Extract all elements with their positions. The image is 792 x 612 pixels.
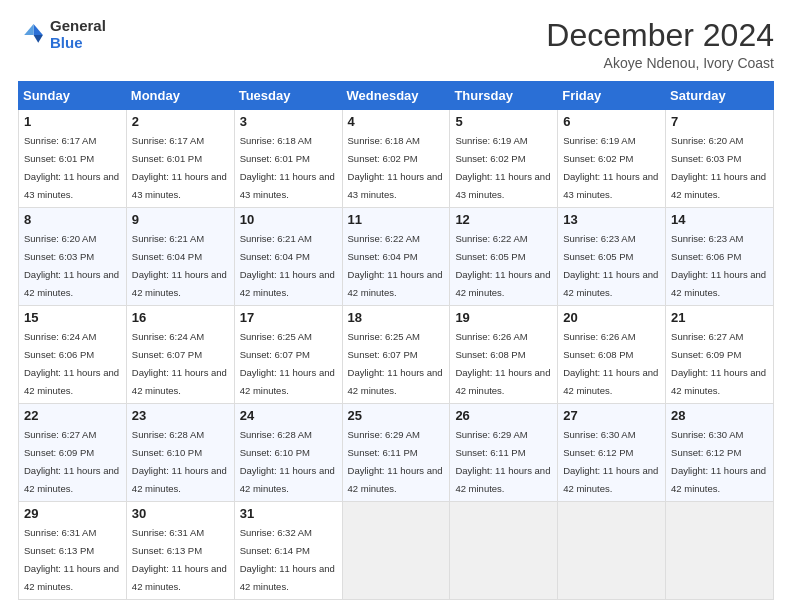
col-wednesday: Wednesday [342, 82, 450, 110]
svg-marker-1 [34, 35, 43, 43]
day-number: 4 [348, 114, 445, 129]
day-info: Sunrise: 6:25 AMSunset: 6:07 PMDaylight:… [348, 331, 443, 396]
day-cell-30: 30 Sunrise: 6:31 AMSunset: 6:13 PMDaylig… [126, 502, 234, 600]
location: Akoye Ndenou, Ivory Coast [546, 55, 774, 71]
day-number: 18 [348, 310, 445, 325]
day-cell-27: 27 Sunrise: 6:30 AMSunset: 6:12 PMDaylig… [558, 404, 666, 502]
svg-marker-0 [34, 24, 43, 35]
day-info: Sunrise: 6:27 AMSunset: 6:09 PMDaylight:… [24, 429, 119, 494]
col-friday: Friday [558, 82, 666, 110]
day-number: 2 [132, 114, 229, 129]
logo-general-text: General [50, 18, 106, 35]
day-info: Sunrise: 6:20 AMSunset: 6:03 PMDaylight:… [24, 233, 119, 298]
day-info: Sunrise: 6:26 AMSunset: 6:08 PMDaylight:… [455, 331, 550, 396]
day-number: 29 [24, 506, 121, 521]
day-number: 16 [132, 310, 229, 325]
day-number: 20 [563, 310, 660, 325]
header: General Blue December 2024 Akoye Ndenou,… [18, 18, 774, 71]
day-number: 12 [455, 212, 552, 227]
day-number: 7 [671, 114, 768, 129]
logo-icon [18, 21, 46, 49]
col-tuesday: Tuesday [234, 82, 342, 110]
day-number: 14 [671, 212, 768, 227]
day-cell-13: 13 Sunrise: 6:23 AMSunset: 6:05 PMDaylig… [558, 208, 666, 306]
day-cell-16: 16 Sunrise: 6:24 AMSunset: 6:07 PMDaylig… [126, 306, 234, 404]
header-row: Sunday Monday Tuesday Wednesday Thursday… [19, 82, 774, 110]
empty-cell [558, 502, 666, 600]
day-info: Sunrise: 6:30 AMSunset: 6:12 PMDaylight:… [563, 429, 658, 494]
day-cell-31: 31 Sunrise: 6:32 AMSunset: 6:14 PMDaylig… [234, 502, 342, 600]
day-cell-12: 12 Sunrise: 6:22 AMSunset: 6:05 PMDaylig… [450, 208, 558, 306]
week-row-2: 8 Sunrise: 6:20 AMSunset: 6:03 PMDayligh… [19, 208, 774, 306]
day-info: Sunrise: 6:17 AMSunset: 6:01 PMDaylight:… [132, 135, 227, 200]
day-number: 13 [563, 212, 660, 227]
day-cell-7: 7 Sunrise: 6:20 AMSunset: 6:03 PMDayligh… [666, 110, 774, 208]
day-number: 1 [24, 114, 121, 129]
col-saturday: Saturday [666, 82, 774, 110]
day-info: Sunrise: 6:31 AMSunset: 6:13 PMDaylight:… [24, 527, 119, 592]
col-sunday: Sunday [19, 82, 127, 110]
day-cell-10: 10 Sunrise: 6:21 AMSunset: 6:04 PMDaylig… [234, 208, 342, 306]
day-info: Sunrise: 6:29 AMSunset: 6:11 PMDaylight:… [455, 429, 550, 494]
day-info: Sunrise: 6:31 AMSunset: 6:13 PMDaylight:… [132, 527, 227, 592]
day-info: Sunrise: 6:19 AMSunset: 6:02 PMDaylight:… [455, 135, 550, 200]
day-cell-22: 22 Sunrise: 6:27 AMSunset: 6:09 PMDaylig… [19, 404, 127, 502]
empty-cell [342, 502, 450, 600]
day-info: Sunrise: 6:18 AMSunset: 6:01 PMDaylight:… [240, 135, 335, 200]
empty-cell [666, 502, 774, 600]
logo-text: General Blue [50, 18, 106, 51]
day-number: 25 [348, 408, 445, 423]
month-title: December 2024 [546, 18, 774, 53]
day-cell-2: 2 Sunrise: 6:17 AMSunset: 6:01 PMDayligh… [126, 110, 234, 208]
svg-marker-2 [24, 24, 33, 35]
day-cell-18: 18 Sunrise: 6:25 AMSunset: 6:07 PMDaylig… [342, 306, 450, 404]
day-number: 15 [24, 310, 121, 325]
col-monday: Monday [126, 82, 234, 110]
title-block: December 2024 Akoye Ndenou, Ivory Coast [546, 18, 774, 71]
day-cell-14: 14 Sunrise: 6:23 AMSunset: 6:06 PMDaylig… [666, 208, 774, 306]
day-info: Sunrise: 6:26 AMSunset: 6:08 PMDaylight:… [563, 331, 658, 396]
day-info: Sunrise: 6:23 AMSunset: 6:05 PMDaylight:… [563, 233, 658, 298]
week-row-4: 22 Sunrise: 6:27 AMSunset: 6:09 PMDaylig… [19, 404, 774, 502]
day-info: Sunrise: 6:20 AMSunset: 6:03 PMDaylight:… [671, 135, 766, 200]
day-cell-21: 21 Sunrise: 6:27 AMSunset: 6:09 PMDaylig… [666, 306, 774, 404]
day-info: Sunrise: 6:21 AMSunset: 6:04 PMDaylight:… [240, 233, 335, 298]
day-info: Sunrise: 6:28 AMSunset: 6:10 PMDaylight:… [240, 429, 335, 494]
logo: General Blue [18, 18, 106, 51]
day-number: 24 [240, 408, 337, 423]
day-number: 17 [240, 310, 337, 325]
day-cell-19: 19 Sunrise: 6:26 AMSunset: 6:08 PMDaylig… [450, 306, 558, 404]
day-info: Sunrise: 6:27 AMSunset: 6:09 PMDaylight:… [671, 331, 766, 396]
week-row-1: 1 Sunrise: 6:17 AMSunset: 6:01 PMDayligh… [19, 110, 774, 208]
day-info: Sunrise: 6:21 AMSunset: 6:04 PMDaylight:… [132, 233, 227, 298]
day-cell-4: 4 Sunrise: 6:18 AMSunset: 6:02 PMDayligh… [342, 110, 450, 208]
day-info: Sunrise: 6:19 AMSunset: 6:02 PMDaylight:… [563, 135, 658, 200]
day-info: Sunrise: 6:29 AMSunset: 6:11 PMDaylight:… [348, 429, 443, 494]
day-cell-25: 25 Sunrise: 6:29 AMSunset: 6:11 PMDaylig… [342, 404, 450, 502]
day-cell-8: 8 Sunrise: 6:20 AMSunset: 6:03 PMDayligh… [19, 208, 127, 306]
week-row-3: 15 Sunrise: 6:24 AMSunset: 6:06 PMDaylig… [19, 306, 774, 404]
day-cell-20: 20 Sunrise: 6:26 AMSunset: 6:08 PMDaylig… [558, 306, 666, 404]
day-number: 26 [455, 408, 552, 423]
day-number: 27 [563, 408, 660, 423]
day-info: Sunrise: 6:17 AMSunset: 6:01 PMDaylight:… [24, 135, 119, 200]
day-number: 19 [455, 310, 552, 325]
day-number: 10 [240, 212, 337, 227]
day-number: 9 [132, 212, 229, 227]
day-number: 6 [563, 114, 660, 129]
day-info: Sunrise: 6:32 AMSunset: 6:14 PMDaylight:… [240, 527, 335, 592]
calendar: Sunday Monday Tuesday Wednesday Thursday… [18, 81, 774, 600]
day-cell-29: 29 Sunrise: 6:31 AMSunset: 6:13 PMDaylig… [19, 502, 127, 600]
day-info: Sunrise: 6:24 AMSunset: 6:07 PMDaylight:… [132, 331, 227, 396]
day-number: 23 [132, 408, 229, 423]
day-number: 31 [240, 506, 337, 521]
calendar-table: Sunday Monday Tuesday Wednesday Thursday… [18, 81, 774, 600]
day-info: Sunrise: 6:28 AMSunset: 6:10 PMDaylight:… [132, 429, 227, 494]
day-cell-5: 5 Sunrise: 6:19 AMSunset: 6:02 PMDayligh… [450, 110, 558, 208]
day-number: 30 [132, 506, 229, 521]
day-info: Sunrise: 6:18 AMSunset: 6:02 PMDaylight:… [348, 135, 443, 200]
page: General Blue December 2024 Akoye Ndenou,… [0, 0, 792, 612]
day-cell-23: 23 Sunrise: 6:28 AMSunset: 6:10 PMDaylig… [126, 404, 234, 502]
day-cell-11: 11 Sunrise: 6:22 AMSunset: 6:04 PMDaylig… [342, 208, 450, 306]
day-cell-28: 28 Sunrise: 6:30 AMSunset: 6:12 PMDaylig… [666, 404, 774, 502]
